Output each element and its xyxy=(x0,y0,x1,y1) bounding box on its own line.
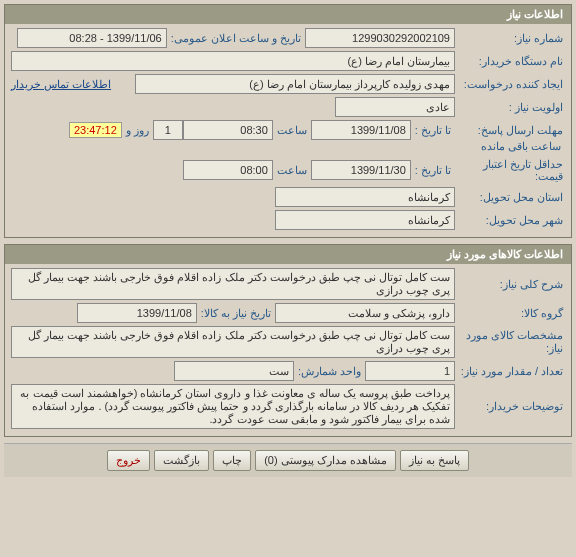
contact-link[interactable]: اطلاعات تماس خریدار xyxy=(11,78,111,91)
spec-label: مشخصات کالای مورد نیاز: xyxy=(455,327,565,357)
exit-button[interactable]: خروج xyxy=(107,450,150,471)
province-label: استان محل تحویل: xyxy=(455,189,565,206)
deadline-time: 08:30 xyxy=(183,120,273,140)
need-no-value: 1299030292002109 xyxy=(305,28,455,48)
priority-value: عادی xyxy=(335,97,455,117)
pub-label: تاریخ و ساعت اعلان عمومی: xyxy=(167,32,305,45)
need-info-section: اطلاعات نیاز شماره نیاز: 129903029200210… xyxy=(4,4,572,238)
qty-label: تعداد / مقدار مورد نیاز: xyxy=(455,363,565,380)
notes-label: توضیحات خریدار: xyxy=(455,398,565,415)
goods-info-body: شرح کلی نیاز: ست کامل توتال نی چپ طبق در… xyxy=(5,264,571,436)
date-to-value: 1399/11/08 xyxy=(77,303,197,323)
min-credit-time: 08:00 xyxy=(183,160,273,180)
countdown-label: ساعت باقی مانده xyxy=(477,140,565,153)
group-value: دارو، پزشکی و سلامت xyxy=(275,303,455,323)
days-value: 1 xyxy=(153,120,183,140)
deadline-label: مهلت ارسال پاسخ: xyxy=(455,122,565,139)
qty-value: 1 xyxy=(365,361,455,381)
need-no-label: شماره نیاز: xyxy=(455,30,565,47)
min-credit-label: حداقل تاریخ اعتبار قیمت: xyxy=(455,156,565,184)
need-info-body: شماره نیاز: 1299030292002109 تاریخ و ساع… xyxy=(5,24,571,237)
days-label: روز و xyxy=(122,124,153,137)
spec-value: ست کامل توتال نی چپ طبق درخواست دکتر ملک… xyxy=(11,326,455,358)
deadline-to-label: تا تاریخ : xyxy=(411,124,455,137)
unit-value: ست xyxy=(174,361,294,381)
city-label: شهر محل تحویل: xyxy=(455,212,565,229)
time-label-1: ساعت xyxy=(273,124,311,137)
city-value: کرمانشاه xyxy=(275,210,455,230)
countdown: 23:47:12 xyxy=(69,122,122,138)
attachments-button[interactable]: مشاهده مدارک پیوستی (0) xyxy=(255,450,396,471)
deadline-date: 1399/11/08 xyxy=(311,120,411,140)
desc-value: ست کامل توتال نی چپ طبق درخواست دکتر ملک… xyxy=(11,268,455,300)
time-label-2: ساعت xyxy=(273,164,311,177)
desc-label: شرح کلی نیاز: xyxy=(455,276,565,293)
notes-value: پرداخت طبق پروسه یک ساله ی معاونت غذا و … xyxy=(11,384,455,429)
group-label: گروه کالا: xyxy=(455,305,565,322)
back-button[interactable]: بازگشت xyxy=(154,450,209,471)
reply-button[interactable]: پاسخ به نیاز xyxy=(400,450,469,471)
unit-label: واحد شمارش: xyxy=(294,365,365,378)
print-button[interactable]: چاپ xyxy=(213,450,251,471)
button-bar: پاسخ به نیاز مشاهده مدارک پیوستی (0) چاپ… xyxy=(4,443,572,477)
goods-info-header: اطلاعات کالاهای مورد نیاز xyxy=(5,245,571,264)
org-label: نام دستگاه خریدار: xyxy=(455,53,565,70)
org-value: بیمارستان امام رضا (ع) xyxy=(11,51,455,71)
creator-label: ایجاد کننده درخواست: xyxy=(455,76,565,93)
min-credit-to: تا تاریخ : xyxy=(411,164,455,177)
need-info-header: اطلاعات نیاز xyxy=(5,5,571,24)
creator-value: مهدی زولیده کارپرداز بیمارستان امام رضا … xyxy=(135,74,455,94)
priority-label: اولویت نیاز : xyxy=(455,99,565,116)
min-credit-date: 1399/11/30 xyxy=(311,160,411,180)
pub-value: 1399/11/06 - 08:28 xyxy=(17,28,167,48)
date-to-label: تاریخ نیاز به کالا: xyxy=(197,307,275,320)
goods-info-section: اطلاعات کالاهای مورد نیاز شرح کلی نیاز: … xyxy=(4,244,572,437)
province-value: کرمانشاه xyxy=(275,187,455,207)
